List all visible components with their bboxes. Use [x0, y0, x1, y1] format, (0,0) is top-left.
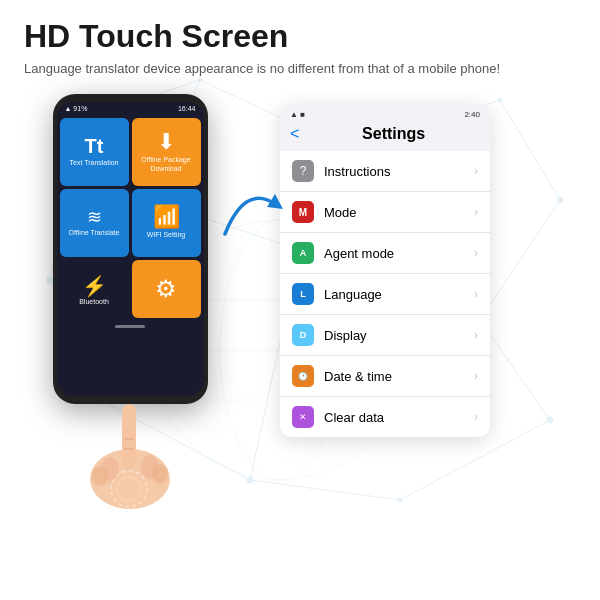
- display-icon: D: [292, 324, 314, 346]
- settings-row-language[interactable]: L Language ›: [280, 274, 490, 315]
- phone-device: ▲ 91% 16:44 Tt Text Translation ⬇ Offlin…: [30, 94, 230, 518]
- settings-gear-icon: ⚙: [155, 275, 177, 303]
- app-tile-offline-translate[interactable]: ≋ Offline Translate: [60, 189, 129, 257]
- offline-package-label: Offline Package Download: [141, 156, 190, 173]
- language-arrow: ›: [474, 287, 478, 301]
- settings-row-display[interactable]: D Display ›: [280, 315, 490, 356]
- date-time-icon: 🕐: [292, 365, 314, 387]
- settings-row-date-time[interactable]: 🕐 Date & time ›: [280, 356, 490, 397]
- display-arrow: ›: [474, 328, 478, 342]
- agent-mode-icon: A: [292, 242, 314, 264]
- text-translation-label: Text Translation: [69, 159, 118, 167]
- instructions-arrow: ›: [474, 164, 478, 178]
- app-tile-settings-active[interactable]: ⚙: [132, 260, 201, 318]
- hand-pointing: [60, 384, 200, 514]
- clear-data-label: Clear data: [324, 410, 474, 425]
- app-tile-wifi-setting[interactable]: 📶 WIFI Setting: [132, 189, 201, 257]
- bluetooth-icon: ⚡: [82, 274, 107, 298]
- settings-row-agent-mode[interactable]: A Agent mode ›: [280, 233, 490, 274]
- date-time-label: Date & time: [324, 369, 474, 384]
- language-label: Language: [324, 287, 474, 302]
- instructions-label: Instructions: [324, 164, 474, 179]
- agent-mode-label: Agent mode: [324, 246, 474, 261]
- phone-time: 16:44: [178, 105, 196, 112]
- svg-point-45: [152, 464, 168, 484]
- page-title: HD Touch Screen: [24, 18, 576, 55]
- clear-data-arrow: ›: [474, 410, 478, 424]
- agent-mode-arrow: ›: [474, 246, 478, 260]
- wifi-setting-icon: 📶: [153, 206, 180, 228]
- app-tile-offline-package[interactable]: ⬇ Offline Package Download: [132, 118, 201, 186]
- page-subtitle: Language translator device appearance is…: [24, 61, 576, 76]
- settings-row-clear-data[interactable]: ✕ Clear data ›: [280, 397, 490, 437]
- app-tile-text-translation[interactable]: Tt Text Translation: [60, 118, 129, 186]
- mode-arrow: ›: [474, 205, 478, 219]
- connector-arrow: [215, 174, 285, 254]
- bluetooth-label: Bluetooth: [79, 298, 109, 305]
- settings-back-button[interactable]: <: [290, 125, 299, 143]
- text-translation-icon: Tt: [85, 136, 104, 156]
- app-tile-bluetooth[interactable]: ⚡ Bluetooth: [60, 260, 129, 318]
- settings-row-instructions[interactable]: ? Instructions ›: [280, 151, 490, 192]
- offline-package-icon: ⬇: [157, 131, 175, 153]
- svg-rect-39: [122, 404, 136, 469]
- mode-label: Mode: [324, 205, 474, 220]
- phone-wifi-status: ▲ 91%: [65, 105, 88, 112]
- svg-point-44: [92, 466, 108, 486]
- settings-status-left: ▲ ■: [290, 110, 305, 119]
- settings-row-mode[interactable]: M Mode ›: [280, 192, 490, 233]
- instructions-icon: ?: [292, 160, 314, 182]
- wifi-setting-label: WIFI Setting: [147, 231, 186, 239]
- offline-translate-label: Offline Translate: [69, 229, 120, 237]
- settings-panel: ▲ ■ 2:40 < Settings ? Instructions › M M…: [280, 104, 490, 437]
- date-time-arrow: ›: [474, 369, 478, 383]
- display-label: Display: [324, 328, 474, 343]
- mode-icon: M: [292, 201, 314, 223]
- offline-translate-icon: ≋: [87, 208, 102, 226]
- settings-title: Settings: [307, 125, 480, 143]
- phone-home-bar: [115, 325, 145, 328]
- language-icon: L: [292, 283, 314, 305]
- clear-data-icon: ✕: [292, 406, 314, 428]
- settings-list: ? Instructions › M Mode › A Agent mode ›…: [280, 151, 490, 437]
- settings-status-time: 2:40: [464, 110, 480, 119]
